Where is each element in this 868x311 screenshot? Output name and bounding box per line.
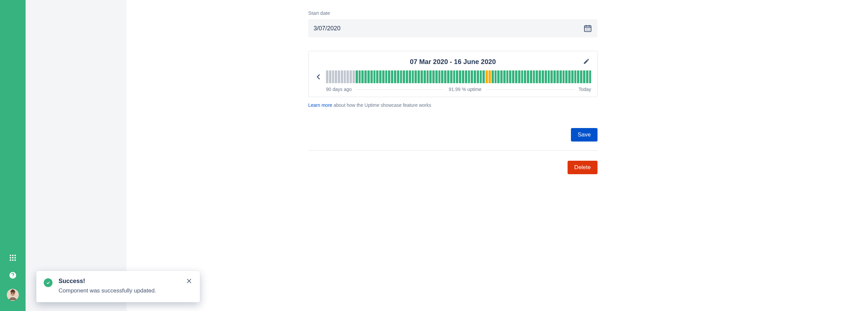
uptime-bar[interactable] bbox=[533, 70, 535, 83]
uptime-bar[interactable] bbox=[412, 70, 414, 83]
uptime-bar[interactable] bbox=[456, 70, 458, 83]
uptime-bar[interactable] bbox=[512, 70, 515, 83]
uptime-bar[interactable] bbox=[332, 70, 334, 83]
uptime-bar[interactable] bbox=[385, 70, 388, 83]
uptime-bar[interactable] bbox=[361, 70, 364, 83]
uptime-bar[interactable] bbox=[326, 70, 328, 83]
pencil-icon[interactable] bbox=[583, 58, 590, 65]
uptime-bar[interactable] bbox=[421, 70, 423, 83]
uptime-bar[interactable] bbox=[391, 70, 393, 83]
uptime-bar[interactable] bbox=[571, 70, 574, 83]
uptime-bar[interactable] bbox=[359, 70, 361, 83]
uptime-bar[interactable] bbox=[441, 70, 443, 83]
uptime-bar[interactable] bbox=[574, 70, 577, 83]
user-avatar[interactable] bbox=[7, 289, 19, 301]
uptime-bar[interactable] bbox=[403, 70, 405, 83]
uptime-bar[interactable] bbox=[329, 70, 331, 83]
uptime-bar[interactable] bbox=[367, 70, 370, 83]
uptime-bar[interactable] bbox=[477, 70, 479, 83]
uptime-bar[interactable] bbox=[495, 70, 497, 83]
uptime-bar[interactable] bbox=[373, 70, 376, 83]
uptime-bar[interactable] bbox=[539, 70, 541, 83]
uptime-bar[interactable] bbox=[376, 70, 378, 83]
uptime-bar[interactable] bbox=[527, 70, 529, 83]
uptime-bar[interactable] bbox=[492, 70, 494, 83]
uptime-bar[interactable] bbox=[459, 70, 461, 83]
uptime-bar[interactable] bbox=[429, 70, 432, 83]
uptime-bar[interactable] bbox=[497, 70, 500, 83]
uptime-bar[interactable] bbox=[553, 70, 556, 83]
uptime-bar[interactable] bbox=[346, 70, 349, 83]
uptime-bar[interactable] bbox=[550, 70, 553, 83]
uptime-bar[interactable] bbox=[409, 70, 411, 83]
uptime-bar[interactable] bbox=[515, 70, 518, 83]
uptime-bar[interactable] bbox=[559, 70, 562, 83]
start-date-field[interactable] bbox=[308, 19, 597, 37]
uptime-bar[interactable] bbox=[379, 70, 381, 83]
delete-button[interactable]: Delete bbox=[567, 161, 597, 174]
uptime-bar[interactable] bbox=[503, 70, 506, 83]
uptime-bar[interactable] bbox=[518, 70, 521, 83]
close-icon[interactable] bbox=[186, 278, 192, 284]
uptime-bar[interactable] bbox=[400, 70, 402, 83]
uptime-bar[interactable] bbox=[586, 70, 588, 83]
uptime-bar[interactable] bbox=[462, 70, 464, 83]
uptime-bar[interactable] bbox=[397, 70, 399, 83]
uptime-bar[interactable] bbox=[474, 70, 476, 83]
uptime-bar[interactable] bbox=[562, 70, 565, 83]
uptime-bar[interactable] bbox=[486, 70, 488, 83]
uptime-bar[interactable] bbox=[438, 70, 441, 83]
uptime-bar[interactable] bbox=[453, 70, 456, 83]
uptime-bar[interactable] bbox=[548, 70, 550, 83]
uptime-bar[interactable] bbox=[483, 70, 485, 83]
uptime-bar[interactable] bbox=[394, 70, 396, 83]
learn-more-link[interactable]: Learn more bbox=[308, 103, 332, 108]
calendar-icon[interactable] bbox=[583, 24, 592, 33]
uptime-bar[interactable] bbox=[382, 70, 384, 83]
uptime-bar[interactable] bbox=[524, 70, 526, 83]
apps-icon[interactable] bbox=[9, 254, 17, 262]
uptime-bar[interactable] bbox=[480, 70, 482, 83]
uptime-bar[interactable] bbox=[509, 70, 512, 83]
uptime-bar[interactable] bbox=[432, 70, 435, 83]
uptime-bar[interactable] bbox=[545, 70, 547, 83]
start-date-input[interactable] bbox=[314, 25, 583, 32]
uptime-bar[interactable] bbox=[450, 70, 453, 83]
uptime-bar[interactable] bbox=[349, 70, 352, 83]
uptime-bar[interactable] bbox=[568, 70, 570, 83]
help-icon[interactable] bbox=[9, 271, 17, 279]
uptime-bar[interactable] bbox=[536, 70, 538, 83]
chevron-left-icon[interactable] bbox=[315, 73, 323, 81]
uptime-bar[interactable] bbox=[355, 70, 358, 83]
uptime-bar[interactable] bbox=[341, 70, 343, 83]
uptime-bar[interactable] bbox=[500, 70, 503, 83]
uptime-bar[interactable] bbox=[589, 70, 591, 83]
uptime-bar[interactable] bbox=[489, 70, 491, 83]
uptime-bar[interactable] bbox=[447, 70, 450, 83]
uptime-bar[interactable] bbox=[388, 70, 390, 83]
uptime-bar[interactable] bbox=[542, 70, 544, 83]
uptime-bar[interactable] bbox=[556, 70, 559, 83]
uptime-bar[interactable] bbox=[338, 70, 340, 83]
uptime-bar[interactable] bbox=[424, 70, 426, 83]
uptime-bar[interactable] bbox=[506, 70, 509, 83]
uptime-bar[interactable] bbox=[577, 70, 579, 83]
uptime-bar[interactable] bbox=[521, 70, 524, 83]
uptime-bar[interactable] bbox=[406, 70, 408, 83]
uptime-bar[interactable] bbox=[414, 70, 417, 83]
uptime-bar[interactable] bbox=[583, 70, 585, 83]
uptime-bar[interactable] bbox=[530, 70, 532, 83]
uptime-bar[interactable] bbox=[471, 70, 473, 83]
uptime-bar[interactable] bbox=[435, 70, 438, 83]
uptime-bar[interactable] bbox=[565, 70, 567, 83]
uptime-bar[interactable] bbox=[364, 70, 367, 83]
uptime-bar[interactable] bbox=[444, 70, 446, 83]
save-button[interactable]: Save bbox=[571, 128, 597, 142]
uptime-bar[interactable] bbox=[370, 70, 373, 83]
uptime-bar[interactable] bbox=[352, 70, 355, 83]
uptime-bar[interactable] bbox=[580, 70, 582, 83]
uptime-bar[interactable] bbox=[427, 70, 429, 83]
uptime-bar[interactable] bbox=[468, 70, 470, 83]
uptime-bar[interactable] bbox=[335, 70, 337, 83]
uptime-bar[interactable] bbox=[344, 70, 346, 83]
